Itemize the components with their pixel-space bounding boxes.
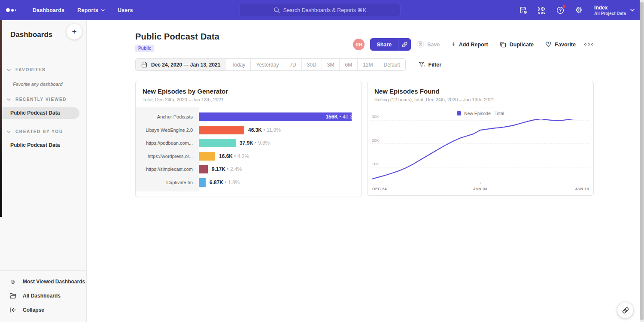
preset-7d[interactable]: 7D [284,59,301,70]
bar-segment[interactable] [199,152,215,161]
filter-icon [419,61,425,68]
line-chart-header: New Episodes Found Rolling (12 hours), t… [368,81,593,107]
help-icon[interactable]: ? [556,6,565,15]
project-subtitle: All Project Data [594,11,626,16]
preset-default[interactable]: Default [378,59,405,70]
date-presets: TodayYesterday7D30D3M6M12MDefault [226,59,405,70]
bar-chart-plot: Anchor Podcasts156K • 40.3%Libsyn WebEng… [136,107,361,191]
bar-value-label: 156K • 40.3% [325,112,357,121]
project-name: Index [594,5,626,11]
bar-row: Libsyn WebEngine 2.046.3K • 11.9% [136,124,361,137]
chevron-down-icon [7,98,11,101]
project-switcher[interactable]: Index All Project Data [594,5,635,16]
bar-segment[interactable] [199,126,244,134]
more-options-button[interactable] [584,43,593,46]
nav-link-dashboards[interactable]: Dashboards [33,7,64,13]
date-range-button[interactable]: Dec 24, 2020 — Jan 13, 2021 [136,59,226,70]
add-report-button[interactable]: + Add Report [451,41,488,48]
preset-30d[interactable]: 30D [301,59,322,70]
scrollbar-track[interactable] [640,0,644,322]
share-link-button[interactable] [398,38,411,51]
bar-category-label: https://podbean.com... [136,140,199,146]
notification-badge [562,5,566,8]
sidebar-section-created-by-you[interactable]: CREATED BY YOU [0,129,86,134]
bar-category-label: Captivate.fm [136,180,199,185]
chevron-down-icon [7,69,11,71]
chart-legend: New Episode - Total [368,107,593,119]
favorite-button[interactable]: ♡ Favorite [545,41,576,48]
line-chart-subtitle: Rolling (12 hours), total, Dec 24th, 202… [374,97,586,102]
legend-item[interactable]: New Episode - Total [457,111,504,116]
bar-segment[interactable] [199,165,208,173]
save-button[interactable]: Save [417,41,440,48]
x-axis-label: JAN 13 [575,187,589,191]
sidebar-section-favorites[interactable]: FAVORITES [0,67,86,72]
sidebar-footer: ☺Most Viewed DashboardsAll DashboardsCol… [0,270,86,322]
search-placeholder: Search Dashboards & Reports ⌘K [283,7,367,13]
favorites-empty-text: Favorite any dashboard [13,82,86,87]
legend-swatch [457,111,461,115]
x-axis-label: JAN 03 [473,187,487,191]
sidebar-item-public-podcast-data[interactable]: Public Podcast Data [0,140,86,151]
apps-grid-icon[interactable] [537,6,547,15]
app-root: DashboardsReportsUsers Search Dashboards… [0,0,644,322]
add-dashboard-button[interactable]: + [67,24,82,39]
preset-3m[interactable]: 3M [322,59,340,70]
scrollbar-thumb[interactable] [640,2,644,320]
bar-segment[interactable] [199,178,206,187]
sidebar: Dashboards + FAVORITESFavorite any dashb… [0,20,87,322]
search-input[interactable]: Search Dashboards & Reports ⌘K [239,4,401,16]
preset-yesterday[interactable]: Yesterday [250,59,284,70]
x-axis-label: DEC 24 [372,187,387,191]
data-sources-icon[interactable] [519,6,528,15]
background-window-sliver [0,20,2,217]
y-axis-label: 20K [372,138,379,143]
bar-chart-header: New Episodes by Generator Total, Dec 24t… [136,81,361,107]
date-range-control: Dec 24, 2020 — Jan 13, 2021 TodayYesterd… [135,58,406,71]
main-content: Public Podcast Data Public RH Share Save… [87,20,644,322]
nav-right: ? ⚙ Index All Project Data [519,0,635,20]
bar-chart-card: New Episodes by Generator Total, Dec 24t… [135,81,361,197]
all-dashboards-button[interactable]: All Dashboards [0,289,86,303]
sidebar-section-recently-viewed[interactable]: RECENTLY VIEWED [0,97,86,102]
page-title: Public Podcast Data [135,32,219,42]
line-chart-plot: 10K20K30K DEC 24JAN 03JAN 13 [371,119,590,194]
plus-icon: + [451,40,455,48]
public-badge: Public [135,45,154,52]
smiley-icon: ☺ [9,278,17,286]
duplicate-button[interactable]: Duplicate [500,41,534,48]
sidebar-sections: FAVORITESFavorite any dashboardRECENTLY … [0,67,86,151]
sidebar-item-public-podcast-data[interactable]: Public Podcast Data [0,107,79,119]
filter-button[interactable]: Filter [419,61,442,68]
share-link-fab[interactable] [617,302,633,318]
collapse-button[interactable]: Collapse [0,303,86,317]
bar-value-label: 16.6K • 4.3% [219,152,249,161]
share-button-group: Share [370,38,411,51]
preset-12m[interactable]: 12M [357,59,378,70]
bar-category-label: Libsyn WebEngine 2.0 [136,128,199,133]
nav-link-reports[interactable]: Reports [77,7,105,13]
legend-label: New Episode - Total [464,111,504,116]
chevron-down-icon [101,9,105,12]
duplicate-icon [500,41,506,48]
bar-segment[interactable] [199,139,236,147]
line-chart-title: New Episodes Found [374,88,586,95]
bar-value-label: 46.3K • 11.9% [248,126,281,134]
preset-today[interactable]: Today [226,59,250,70]
avatar[interactable]: RH [353,39,365,50]
sidebar-title: Dashboards [10,30,52,39]
bar-row: https://wordpress.or...16.6K • 4.3% [136,150,361,163]
preset-6m[interactable]: 6M [339,59,357,70]
bar-chart-subtitle: Total, Dec 24th, 2020 – Jan 13th, 2021 [143,97,354,102]
share-button[interactable]: Share [370,38,398,51]
most-viewed-dashboards-button[interactable]: ☺Most Viewed Dashboards [0,274,86,289]
save-icon [417,41,424,48]
mixpanel-logo-icon[interactable] [6,8,25,12]
header-actions: RH Share Save + Add Report Duplicate ♡ [353,38,593,51]
bar-category-label: https://wordpress.or... [136,154,199,159]
bar-value-label: 6.87K • 1.8% [210,178,240,187]
bar-value-label: 37.9K • 9.8% [240,139,270,147]
nav-link-users[interactable]: Users [118,7,133,13]
share-link-icon [622,307,629,314]
settings-gear-icon[interactable]: ⚙ [574,6,583,15]
